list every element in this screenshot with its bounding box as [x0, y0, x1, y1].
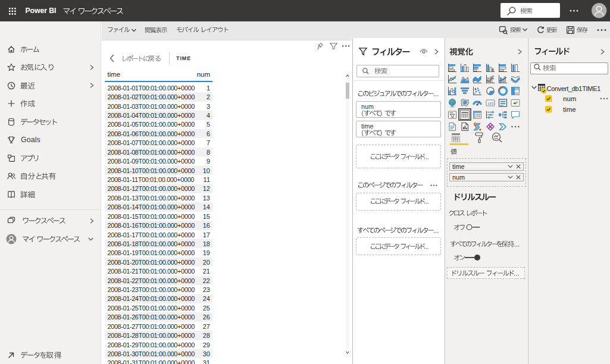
svg-text:123: 123 [487, 101, 494, 105]
